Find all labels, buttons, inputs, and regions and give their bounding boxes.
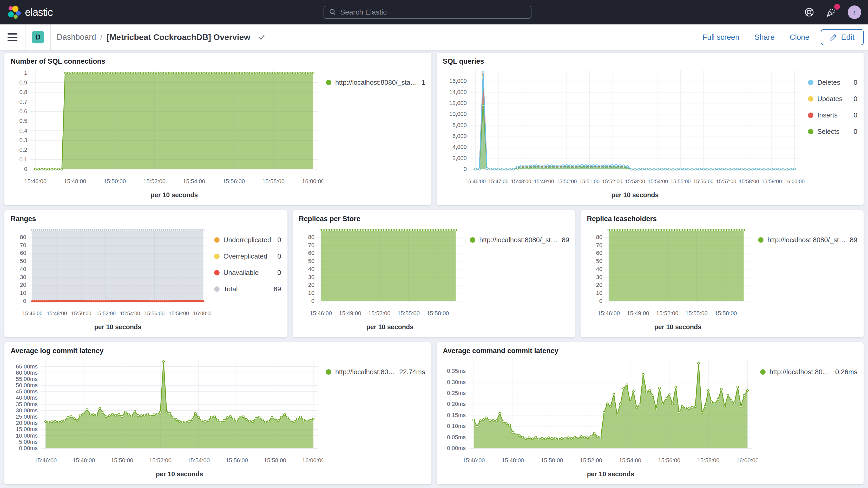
svg-text:60: 60 [308, 250, 314, 256]
chart-plot[interactable]: 15:46:0015:48:0015:50:0015:52:0015:54:00… [11, 67, 323, 202]
svg-text:0.35ms: 0.35ms [447, 368, 466, 374]
svg-text:15:58:00: 15:58:00 [739, 179, 759, 184]
chart-plot[interactable]: 15:46:0015:47:0015:48:0015:49:0015:50:00… [443, 67, 805, 202]
svg-text:60: 60 [596, 250, 602, 256]
legend-entry[interactable]: Overreplicated0 [214, 252, 281, 261]
legend-label: Selects [817, 128, 839, 135]
svg-text:80: 80 [20, 234, 26, 240]
dashboard-panel: Ranges 15:46:0015:48:0015:50:0015:52:001… [4, 210, 288, 337]
legend-label: http://localhost:8080/_stat... [335, 79, 417, 87]
chart-legend: Underreplicated0Overreplicated0Unavailab… [212, 224, 281, 333]
chart-legend: http://localhost:8080/_sta...89 [467, 224, 569, 333]
chart-plot[interactable]: 15:46:0015:49:0015:52:0015:55:0015:58:00… [587, 224, 755, 333]
svg-text:40: 40 [20, 266, 26, 272]
legend-entry[interactable]: Underreplicated0 [214, 236, 281, 244]
svg-text:16:00:00: 16:00:00 [784, 179, 805, 184]
global-search[interactable] [323, 6, 531, 19]
legend-dot [326, 369, 331, 375]
chart-plot[interactable]: 15:46:0015:48:0015:50:0015:52:0015:54:00… [11, 224, 212, 333]
news-button[interactable] [826, 6, 837, 18]
svg-text:4,000: 4,000 [453, 144, 467, 150]
svg-text:30.00ms: 30.00ms [16, 407, 38, 414]
legend-value: 0 [273, 236, 281, 244]
panel-title: SQL queries [443, 57, 857, 65]
chart-plot[interactable]: 15:46:0015:48:0015:50:0015:52:0015:54:00… [11, 357, 323, 481]
svg-text:15:47:00: 15:47:00 [488, 179, 508, 184]
svg-text:15:52:00: 15:52:00 [143, 178, 165, 184]
legend-entry[interactable]: http://localhost:8080/_stat...1 [326, 79, 425, 87]
chart-plot[interactable]: 15:46:0015:49:0015:52:0015:55:0015:58:00… [299, 224, 467, 333]
svg-text:15:53:00: 15:53:00 [625, 179, 645, 184]
legend-entry[interactable]: Unavailable0 [214, 269, 281, 277]
svg-text:15:46:00: 15:46:00 [463, 457, 485, 464]
svg-text:15.00ms: 15.00ms [16, 426, 38, 432]
check-icon[interactable] [257, 33, 266, 41]
space-badge[interactable]: D [32, 31, 44, 43]
legend-entry[interactable]: Deletes0 [808, 79, 857, 87]
full-screen-button[interactable]: Full screen [703, 33, 739, 41]
svg-text:0.15ms: 0.15ms [447, 412, 466, 418]
svg-text:40.00ms: 40.00ms [16, 395, 38, 401]
legend-dot [214, 254, 220, 259]
legend-entry[interactable]: Selects0 [808, 128, 857, 135]
search-input[interactable] [340, 8, 526, 17]
legend-value: 0 [849, 128, 857, 135]
legend-entry[interactable]: http://localhost:8080...0.26ms [760, 368, 857, 376]
legend-entry[interactable]: http://localhost:808...22.74ms [326, 368, 425, 376]
svg-text:40: 40 [308, 266, 314, 272]
help-icon [804, 7, 814, 18]
legend-entry[interactable]: Inserts0 [808, 111, 857, 119]
svg-text:45.00ms: 45.00ms [16, 388, 38, 395]
hamburger-icon [7, 33, 18, 35]
svg-text:15:50:00: 15:50:00 [557, 179, 577, 184]
panel-title: Replica leaseholders [587, 215, 857, 223]
legend-entry[interactable]: http://localhost:8080/_sta...89 [758, 236, 857, 244]
legend-entry[interactable]: Updates0 [808, 95, 857, 103]
breadcrumb-dashboard-link[interactable]: Dashboard [57, 32, 96, 42]
chart-plot[interactable]: 15:46:0015:48:0015:50:0015:52:0015:54:00… [443, 357, 757, 481]
svg-text:16:00:00: 16:00:00 [736, 457, 757, 464]
svg-text:16:00:00: 16:00:00 [302, 178, 323, 184]
svg-text:20.00ms: 20.00ms [16, 420, 38, 426]
legend-dot [214, 286, 220, 292]
svg-text:10: 10 [308, 290, 314, 296]
divider [25, 24, 26, 50]
svg-text:14,000: 14,000 [450, 89, 467, 95]
svg-text:70: 70 [20, 242, 26, 248]
global-header: elastic [0, 0, 868, 24]
legend-entry[interactable]: http://localhost:8080/_sta...89 [470, 236, 569, 244]
svg-text:60: 60 [20, 250, 26, 256]
chart-svg: 15:46:0015:49:0015:52:0015:55:0015:58:00… [299, 224, 467, 333]
avatar[interactable]: r [848, 5, 861, 19]
legend-label: Deletes [817, 79, 840, 87]
legend-dot [808, 113, 813, 118]
svg-text:0.30ms: 0.30ms [447, 379, 466, 385]
svg-text:15:58:00: 15:58:00 [264, 457, 286, 464]
legend-value: 0.26ms [831, 368, 857, 376]
chart-legend: http://localhost:808...22.74ms [323, 357, 425, 481]
svg-text:15:54:00: 15:54:00 [619, 457, 641, 464]
legend-value: 89 [557, 236, 569, 244]
svg-text:40: 40 [596, 266, 602, 272]
elastic-logo[interactable]: elastic [7, 5, 53, 20]
svg-text:15:49:00: 15:49:00 [534, 179, 554, 184]
chart-legend: Deletes0Updates0Inserts0Selects0 [805, 67, 857, 202]
svg-text:25.00ms: 25.00ms [16, 414, 38, 420]
svg-text:6,000: 6,000 [453, 133, 467, 139]
legend-value: 89 [270, 285, 281, 293]
menu-button[interactable] [0, 24, 25, 50]
legend-entry[interactable]: Total89 [214, 285, 281, 293]
legend-dot [808, 96, 813, 101]
svg-text:60.00ms: 60.00ms [16, 369, 38, 376]
clone-button[interactable]: Clone [790, 33, 809, 41]
edit-button[interactable]: Edit [821, 29, 864, 45]
help-button[interactable] [804, 7, 814, 18]
legend-dot [808, 129, 813, 134]
svg-text:0: 0 [311, 298, 314, 304]
share-button[interactable]: Share [754, 33, 774, 41]
svg-text:15:46:00: 15:46:00 [24, 178, 46, 184]
svg-text:15:48:00: 15:48:00 [73, 457, 95, 464]
svg-text:15:52:00: 15:52:00 [602, 179, 622, 184]
legend-label: Total [223, 285, 238, 293]
legend-label: http://localhost:8080/_sta... [768, 236, 846, 244]
